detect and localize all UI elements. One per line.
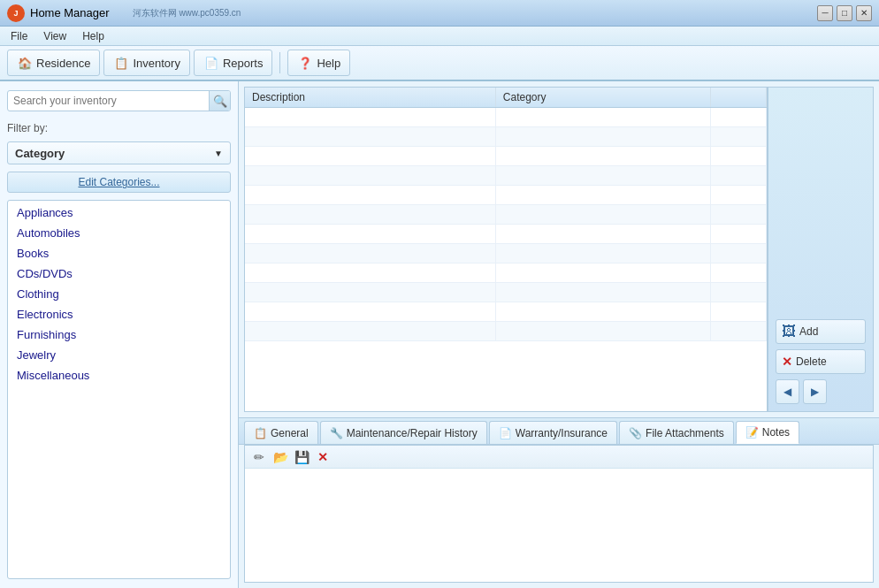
window-controls: ─ □ ✕ bbox=[817, 5, 872, 21]
right-panel: Description Category bbox=[239, 81, 879, 588]
warranty-tab-icon: 📄 bbox=[499, 427, 512, 439]
bottom-area: 📋 General 🔧 Maintenance/Repair History 📄… bbox=[239, 417, 879, 588]
category-item-appliances[interactable]: Appliances bbox=[8, 202, 230, 223]
inventory-body bbox=[245, 108, 767, 341]
add-button[interactable]: 🖼 Add bbox=[776, 319, 866, 344]
category-dropdown-label: Category bbox=[15, 147, 65, 160]
tab-content: ✏ 📂 💾 ✕ bbox=[244, 445, 874, 583]
top-content: Description Category bbox=[239, 81, 879, 417]
add-label: Add bbox=[799, 325, 818, 338]
tab-delete-button[interactable]: ✕ bbox=[314, 448, 332, 466]
side-action-panel: 🖼 Add ✕ Delete ◀ ▶ bbox=[768, 87, 874, 412]
warranty-tab-label: Warranty/Insurance bbox=[516, 427, 608, 439]
table-row[interactable] bbox=[245, 244, 767, 263]
toolbar-btn-residence-label: Residence bbox=[36, 57, 90, 70]
toolbar: 🏠 Residence 📋 Inventory 📄 Reports ❓ Help bbox=[0, 46, 879, 81]
maximize-button[interactable]: □ bbox=[837, 5, 852, 21]
search-input[interactable] bbox=[8, 95, 209, 107]
category-dropdown[interactable]: Category ▼ bbox=[7, 141, 231, 164]
toolbar-btn-help[interactable]: ❓ Help bbox=[287, 50, 350, 76]
table-row[interactable] bbox=[245, 322, 767, 341]
prev-button[interactable]: ◀ bbox=[776, 379, 799, 404]
attachments-tab-label: File Attachments bbox=[646, 427, 724, 439]
left-panel: 🔍 Filter by: Category ▼ Edit Categories.… bbox=[0, 81, 239, 588]
delete-icon: ✕ bbox=[782, 355, 792, 369]
maintenance-tab-label: Maintenance/Repair History bbox=[347, 427, 478, 439]
search-button[interactable]: 🔍 bbox=[209, 90, 230, 111]
tab-body bbox=[245, 469, 873, 483]
toolbar-btn-inventory-label: Inventory bbox=[133, 57, 180, 70]
residence-icon: 🏠 bbox=[17, 55, 33, 71]
table-row[interactable] bbox=[245, 263, 767, 283]
minimize-button[interactable]: ─ bbox=[817, 5, 833, 21]
tab-edit-button[interactable]: ✏ bbox=[250, 448, 268, 466]
delete-label: Delete bbox=[796, 355, 827, 368]
nav-buttons: ◀ ▶ bbox=[776, 379, 866, 404]
toolbar-btn-reports-label: Reports bbox=[223, 57, 264, 70]
add-icon: 🖼 bbox=[782, 324, 796, 340]
inventory-icon: 📋 bbox=[113, 55, 129, 71]
watermark-text: 河东软件网 www.pc0359.cn bbox=[133, 7, 241, 19]
menu-file[interactable]: File bbox=[4, 28, 34, 44]
tab-open-button[interactable]: 📂 bbox=[271, 448, 289, 466]
category-item-electronics[interactable]: Electronics bbox=[8, 304, 230, 325]
col-category: Category bbox=[495, 88, 710, 108]
general-tab-label: General bbox=[271, 427, 309, 439]
category-item-cds-dvds[interactable]: CDs/DVDs bbox=[8, 263, 230, 284]
category-item-clothing[interactable]: Clothing bbox=[8, 284, 230, 304]
search-box: 🔍 bbox=[7, 90, 231, 111]
category-list: AppliancesAutomobilesBooksCDs/DVDsClothi… bbox=[7, 200, 231, 579]
col-extra bbox=[711, 88, 767, 108]
category-item-books[interactable]: Books bbox=[8, 243, 230, 263]
delete-button[interactable]: ✕ Delete bbox=[776, 349, 866, 374]
notes-tab-label: Notes bbox=[762, 426, 790, 439]
table-row[interactable] bbox=[245, 302, 767, 322]
titlebar-left: J Home Manager 河东软件网 www.pc0359.cn bbox=[7, 4, 241, 22]
tab-general[interactable]: 📋 General bbox=[244, 421, 318, 444]
next-button[interactable]: ▶ bbox=[803, 379, 827, 404]
table-row[interactable] bbox=[245, 147, 767, 166]
table-header-row: Description Category bbox=[245, 88, 767, 108]
inventory-table: Description Category bbox=[245, 88, 767, 341]
titlebar: J Home Manager 河东软件网 www.pc0359.cn ─ □ ✕ bbox=[0, 0, 879, 27]
category-item-furnishings[interactable]: Furnishings bbox=[8, 325, 230, 345]
toolbar-btn-residence[interactable]: 🏠 Residence bbox=[7, 50, 100, 76]
tab-attachments[interactable]: 📎 File Attachments bbox=[619, 421, 734, 444]
table-row[interactable] bbox=[245, 225, 767, 244]
toolbar-btn-reports[interactable]: 📄 Reports bbox=[194, 50, 273, 76]
table-row[interactable] bbox=[245, 283, 767, 302]
maintenance-tab-icon: 🔧 bbox=[330, 427, 343, 439]
filter-label: Filter by: bbox=[7, 122, 231, 134]
chevron-down-icon: ▼ bbox=[214, 149, 223, 158]
edit-categories-label: Edit Categories... bbox=[78, 176, 159, 188]
reports-icon: 📄 bbox=[203, 55, 219, 71]
notes-tab-icon: 📝 bbox=[745, 426, 759, 439]
search-icon: 🔍 bbox=[213, 95, 227, 108]
next-icon: ▶ bbox=[811, 386, 819, 398]
toolbar-btn-inventory[interactable]: 📋 Inventory bbox=[103, 50, 189, 76]
toolbar-btn-help-label: Help bbox=[317, 57, 340, 70]
category-item-miscellaneous[interactable]: Miscellaneous bbox=[8, 365, 230, 386]
tab-maintenance[interactable]: 🔧 Maintenance/Repair History bbox=[320, 421, 487, 444]
main-area: 🔍 Filter by: Category ▼ Edit Categories.… bbox=[0, 81, 879, 588]
tab-save-button[interactable]: 💾 bbox=[293, 448, 310, 466]
col-description: Description bbox=[245, 88, 495, 108]
close-button[interactable]: ✕ bbox=[856, 5, 872, 21]
table-row[interactable] bbox=[245, 127, 767, 147]
attachments-tab-icon: 📎 bbox=[629, 427, 642, 439]
menu-view[interactable]: View bbox=[36, 28, 73, 44]
tab-notes[interactable]: 📝 Notes bbox=[736, 421, 799, 444]
app-title: Home Manager bbox=[30, 6, 110, 19]
table-row[interactable] bbox=[245, 166, 767, 186]
tabs-bar: 📋 General 🔧 Maintenance/Repair History 📄… bbox=[239, 418, 879, 445]
category-item-automobiles[interactable]: Automobiles bbox=[8, 223, 230, 243]
menu-help[interactable]: Help bbox=[75, 28, 111, 44]
tab-warranty[interactable]: 📄 Warranty/Insurance bbox=[489, 421, 617, 444]
edit-categories-button[interactable]: Edit Categories... bbox=[7, 172, 231, 193]
prev-icon: ◀ bbox=[783, 386, 791, 398]
table-row[interactable] bbox=[245, 108, 767, 127]
category-item-jewelry[interactable]: Jewelry bbox=[8, 345, 230, 365]
table-row[interactable] bbox=[245, 186, 767, 205]
toolbar-separator bbox=[279, 52, 280, 73]
table-row[interactable] bbox=[245, 205, 767, 225]
